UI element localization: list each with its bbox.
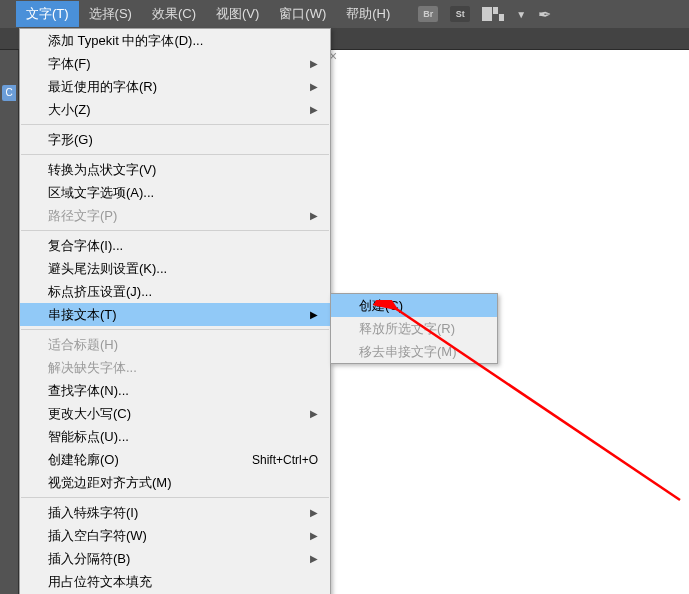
menu-item-label: 更改大小写(C) xyxy=(48,405,131,423)
text-dropdown-menu: 添加 Typekit 中的字体(D)...字体(F)▶最近使用的字体(R)▶大小… xyxy=(19,28,331,594)
submenu-item-label: 创建(C) xyxy=(359,297,403,315)
menu-item[interactable]: 添加 Typekit 中的字体(D)... xyxy=(20,29,330,52)
menu-item-label: 解决缺失字体... xyxy=(48,359,137,377)
thread-text-submenu: 创建(C)释放所选文字(R)移去串接文字(M) xyxy=(330,293,498,364)
layout-icon[interactable] xyxy=(482,7,504,21)
menu-item-label: 用占位符文本填充 xyxy=(48,573,152,591)
menu-item[interactable]: 串接文本(T)▶ xyxy=(20,303,330,326)
menu-separator xyxy=(21,497,329,498)
menu-item-label: 复合字体(I)... xyxy=(48,237,123,255)
menu-item[interactable]: 字体(F)▶ xyxy=(20,52,330,75)
menu-item[interactable]: 插入分隔符(B)▶ xyxy=(20,547,330,570)
chevron-down-icon[interactable]: ▼ xyxy=(516,9,526,20)
menu-item-label: 添加 Typekit 中的字体(D)... xyxy=(48,32,203,50)
submenu-item-label: 移去串接文字(M) xyxy=(359,343,457,361)
submenu-arrow-icon: ▶ xyxy=(310,507,318,518)
menu-item-label: 避头尾法则设置(K)... xyxy=(48,260,167,278)
menu-item[interactable]: 避头尾法则设置(K)... xyxy=(20,257,330,280)
menu-item[interactable]: 插入特殊字符(I)▶ xyxy=(20,501,330,524)
menu-item-label: 最近使用的字体(R) xyxy=(48,78,157,96)
submenu-item-label: 释放所选文字(R) xyxy=(359,320,455,338)
menu-item-label: 标点挤压设置(J)... xyxy=(48,283,152,301)
menu-item-label: 插入分隔符(B) xyxy=(48,550,130,568)
menu-item[interactable]: 智能标点(U)... xyxy=(20,425,330,448)
submenu-item[interactable]: 创建(C) xyxy=(331,294,497,317)
menu-item-label: 插入空白字符(W) xyxy=(48,527,147,545)
menubar-item-effect[interactable]: 效果(C) xyxy=(142,1,206,27)
menubar-item-view[interactable]: 视图(V) xyxy=(206,1,269,27)
menu-item[interactable]: 大小(Z)▶ xyxy=(20,98,330,121)
menu-item-label: 字形(G) xyxy=(48,131,93,149)
stock-icon[interactable]: St xyxy=(450,6,470,22)
menubar-item-window[interactable]: 窗口(W) xyxy=(269,1,336,27)
menu-item-shortcut: Shift+Ctrl+O xyxy=(252,453,318,467)
menubar-item-help[interactable]: 帮助(H) xyxy=(336,1,400,27)
menu-item-label: 区域文字选项(A)... xyxy=(48,184,154,202)
menu-item[interactable]: 复合字体(I)... xyxy=(20,234,330,257)
feather-icon[interactable]: ✒ xyxy=(538,5,551,24)
menu-item: 解决缺失字体... xyxy=(20,356,330,379)
menu-item[interactable]: 区域文字选项(A)... xyxy=(20,181,330,204)
menu-item[interactable]: 视觉边距对齐方式(M) xyxy=(20,471,330,494)
menu-separator xyxy=(21,154,329,155)
menu-item[interactable]: 创建轮廓(O)Shift+Ctrl+O xyxy=(20,448,330,471)
menu-item-label: 视觉边距对齐方式(M) xyxy=(48,474,172,492)
submenu-arrow-icon: ▶ xyxy=(310,530,318,541)
menu-item-label: 大小(Z) xyxy=(48,101,91,119)
left-strip: C xyxy=(0,50,18,594)
submenu-item: 释放所选文字(R) xyxy=(331,317,497,340)
submenu-arrow-icon: ▶ xyxy=(310,58,318,69)
menu-item-label: 适合标题(H) xyxy=(48,336,118,354)
submenu-arrow-icon: ▶ xyxy=(310,81,318,92)
submenu-arrow-icon: ▶ xyxy=(310,408,318,419)
submenu-item: 移去串接文字(M) xyxy=(331,340,497,363)
menubar-item-select[interactable]: 选择(S) xyxy=(79,1,142,27)
menubar-item-text[interactable]: 文字(T) xyxy=(16,1,79,27)
bridge-icon[interactable]: Br xyxy=(418,6,438,22)
menu-item-label: 字体(F) xyxy=(48,55,91,73)
menu-item-label: 创建轮廓(O) xyxy=(48,451,119,469)
left-strip-tab[interactable]: C xyxy=(2,85,16,101)
submenu-arrow-icon: ▶ xyxy=(310,104,318,115)
menu-separator xyxy=(21,329,329,330)
menu-item[interactable]: 插入空白字符(W)▶ xyxy=(20,524,330,547)
menu-item[interactable]: 字形(G) xyxy=(20,128,330,151)
menu-item[interactable]: 标点挤压设置(J)... xyxy=(20,280,330,303)
menu-item-label: 智能标点(U)... xyxy=(48,428,129,446)
submenu-arrow-icon: ▶ xyxy=(310,309,318,320)
menu-item[interactable]: 更改大小写(C)▶ xyxy=(20,402,330,425)
submenu-arrow-icon: ▶ xyxy=(310,553,318,564)
menubar-icons: Br St ▼ ✒ xyxy=(418,5,551,24)
menu-item[interactable]: 查找字体(N)... xyxy=(20,379,330,402)
menu-item-label: 路径文字(P) xyxy=(48,207,117,225)
menu-item-label: 查找字体(N)... xyxy=(48,382,129,400)
menu-separator xyxy=(21,230,329,231)
submenu-arrow-icon: ▶ xyxy=(310,210,318,221)
menu-item-label: 插入特殊字符(I) xyxy=(48,504,138,522)
menubar: 文字(T) 选择(S) 效果(C) 视图(V) 窗口(W) 帮助(H) Br S… xyxy=(0,0,689,28)
menu-item[interactable]: 最近使用的字体(R)▶ xyxy=(20,75,330,98)
menu-item-label: 串接文本(T) xyxy=(48,306,117,324)
menu-item-label: 转换为点状文字(V) xyxy=(48,161,156,179)
menu-separator xyxy=(21,124,329,125)
menu-item: 路径文字(P)▶ xyxy=(20,204,330,227)
menu-item[interactable]: 用占位符文本填充 xyxy=(20,570,330,593)
menu-item: 适合标题(H) xyxy=(20,333,330,356)
menu-item[interactable]: 转换为点状文字(V) xyxy=(20,158,330,181)
